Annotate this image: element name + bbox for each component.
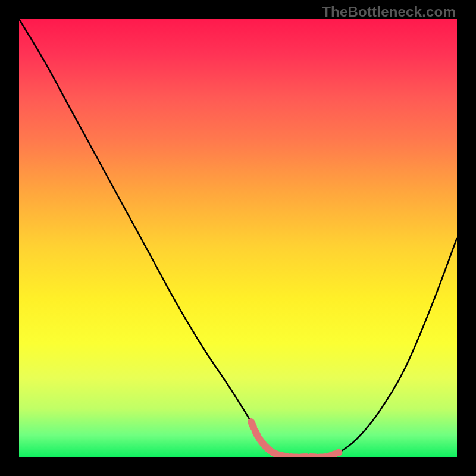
chart-frame: TheBottleneck.com: [0, 0, 476, 476]
bottleneck-curve-path: [19, 19, 457, 457]
chart-svg: [19, 19, 457, 457]
plot-area: [19, 19, 457, 457]
watermark-text: TheBottleneck.com: [322, 4, 456, 20]
highlight-band-path: [251, 422, 339, 457]
